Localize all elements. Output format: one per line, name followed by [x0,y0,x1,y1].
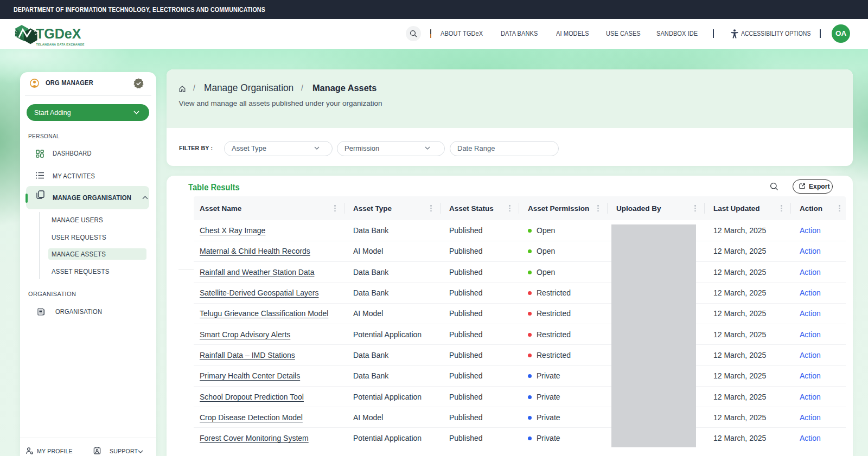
svg-text:TGDeX: TGDeX [36,26,81,41]
svg-text:TELANGANA DATA EXCHANGE: TELANGANA DATA EXCHANGE [36,43,85,46]
